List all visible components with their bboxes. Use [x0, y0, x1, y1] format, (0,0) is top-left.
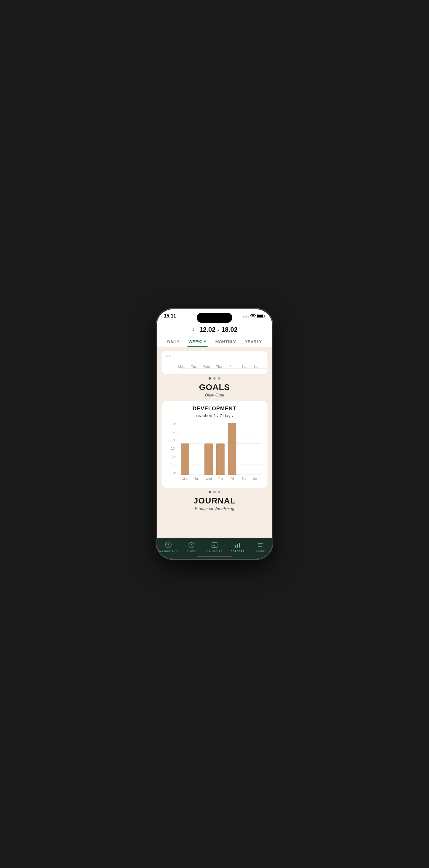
- bar-group-mon: [179, 423, 191, 475]
- x-label-mon: Mon: [179, 477, 191, 480]
- nav-label-timer: TIMER: [187, 550, 196, 553]
- timer-icon: [188, 541, 195, 549]
- x-label-sun: Sun: [250, 477, 261, 480]
- y-labels: 0.5h 0.4h 0.3h 0.3h 0.2h 0.1h 0.0h: [166, 423, 178, 475]
- mini-label-wed: Wed: [200, 365, 213, 368]
- y-label-1: 0.4h: [166, 431, 178, 434]
- mini-label-sat: Sat: [237, 365, 250, 368]
- nav-label-more: MORE: [257, 550, 265, 553]
- bar-fri: [228, 423, 236, 475]
- svg-point-0: [242, 316, 244, 317]
- x-label-fri: Fri: [226, 477, 238, 480]
- mini-label-sun: Sun: [250, 365, 263, 368]
- svg-point-4: [253, 317, 253, 318]
- tab-monthly[interactable]: MONTHLY: [214, 337, 237, 347]
- bar-group-sun: [250, 423, 261, 475]
- x-labels: Mon Tue Wed Thu Fri Sat Sun: [179, 475, 261, 482]
- y-label-4: 0.2h: [166, 456, 178, 459]
- nav-item-reports[interactable]: REPORTS: [226, 541, 249, 553]
- journal-section: JOURNAL Emotional Well-Being: [157, 496, 272, 520]
- svg-point-3: [248, 316, 249, 317]
- nav-label-reports: REPORTS: [230, 550, 245, 553]
- dashboard-icon: [165, 541, 172, 549]
- dot-1-active[interactable]: [208, 377, 211, 380]
- goals-section: GOALS Daily Goal: [157, 382, 272, 397]
- calendar-icon: [211, 541, 218, 549]
- svg-rect-15: [237, 544, 238, 548]
- nav-item-more[interactable]: MORE: [249, 541, 272, 553]
- goals-title: GOALS: [157, 382, 272, 392]
- mini-label-tue: Tue: [188, 365, 200, 368]
- mini-label-fri: Fri: [225, 365, 237, 368]
- bar-group-wed: [203, 423, 214, 475]
- x-label-thu: Thu: [214, 477, 226, 480]
- phone-screen: 15:11: [157, 309, 272, 559]
- x-label-wed: Wed: [203, 477, 214, 480]
- period-tabs: DAILY WEEKLY MONTHLY YEARLY: [163, 336, 266, 347]
- development-chart-subtitle: reached 1 / 7 days: [166, 413, 263, 418]
- svg-point-9: [168, 545, 169, 546]
- bar-thu: [216, 443, 225, 475]
- svg-rect-11: [212, 542, 217, 548]
- date-range: 12.02 - 18.02: [199, 326, 237, 334]
- bar-group-thu: [214, 423, 226, 475]
- nav-item-dashboard[interactable]: DASHBOARD: [157, 541, 180, 553]
- bars-area: [179, 423, 261, 475]
- signal-icon: [242, 315, 249, 317]
- svg-rect-14: [235, 546, 236, 548]
- bar-mon: [181, 443, 189, 475]
- carousel-dots-2: [157, 491, 272, 493]
- tab-daily[interactable]: DAILY: [166, 337, 181, 347]
- nav-item-calendar[interactable]: CALENDAR: [203, 541, 226, 553]
- app-header: < 12.02 - 18.02 DAILY WEEKLY MONTHLY YEA…: [157, 321, 272, 347]
- mini-label-thu: Thu: [213, 365, 225, 368]
- dot-1-2[interactable]: [213, 377, 216, 380]
- x-label-sat: Sat: [238, 477, 250, 480]
- bar-wed: [204, 443, 213, 475]
- battery-icon: [257, 314, 265, 318]
- home-indicator: [197, 556, 232, 557]
- bar-group-fri: [226, 423, 238, 475]
- svg-point-2: [246, 316, 247, 317]
- nav-item-timer[interactable]: TIMER: [180, 541, 203, 553]
- journal-title: JOURNAL: [157, 496, 272, 505]
- date-navigation: < 12.02 - 18.02: [163, 323, 266, 336]
- carousel-dots-1: [157, 377, 272, 380]
- y-label-5: 0.1h: [166, 464, 178, 467]
- dot-2-active[interactable]: [208, 491, 211, 493]
- y-label-6: 0.0h: [166, 472, 178, 475]
- development-chart-card: DEVELOPMENT reached 1 / 7 days 0.5h 0.4h…: [162, 401, 267, 488]
- main-content[interactable]: 0.0h Mon Tue Wed Thu Fri Sat Sun: [157, 347, 272, 538]
- bar-group-tue: [191, 423, 203, 475]
- tab-weekly[interactable]: WEEKLY: [187, 337, 207, 347]
- svg-rect-16: [239, 543, 240, 548]
- dot-2-2[interactable]: [213, 491, 216, 493]
- development-chart-title: DEVELOPMENT: [166, 406, 263, 412]
- nav-label-dashboard: DASHBOARD: [159, 550, 178, 553]
- tab-yearly[interactable]: YEARLY: [244, 337, 263, 347]
- more-icon: [257, 541, 264, 549]
- bar-group-sat: [238, 423, 250, 475]
- dot-2-3[interactable]: [218, 491, 221, 493]
- journal-subtitle: Emotional Well-Being: [157, 506, 272, 511]
- status-icons: [242, 314, 265, 318]
- status-time: 15:11: [164, 313, 176, 319]
- x-label-tue: Tue: [191, 477, 203, 480]
- svg-rect-12: [213, 545, 214, 546]
- y-label-3: 0.3h: [166, 447, 178, 450]
- svg-rect-13: [214, 545, 215, 546]
- svg-rect-6: [258, 315, 263, 317]
- prev-arrow[interactable]: <: [192, 327, 195, 333]
- y-label-2: 0.3h: [166, 439, 178, 442]
- nav-label-calendar: CALENDAR: [206, 550, 223, 553]
- mini-chart-card: 0.0h Mon Tue Wed Thu Fri Sat Sun: [162, 351, 267, 374]
- mini-y-label: 0.0h: [166, 355, 172, 358]
- wifi-icon: [250, 314, 256, 318]
- mini-label-mon: Mon: [175, 365, 188, 368]
- y-label-0: 0.5h: [166, 423, 178, 426]
- dot-1-3[interactable]: [218, 377, 221, 380]
- dynamic-island: [197, 313, 232, 323]
- reports-icon: [234, 541, 241, 549]
- goals-subtitle: Daily Goal: [157, 393, 272, 397]
- bar-chart: 0.5h 0.4h 0.3h 0.3h 0.2h 0.1h 0.0h: [166, 423, 263, 482]
